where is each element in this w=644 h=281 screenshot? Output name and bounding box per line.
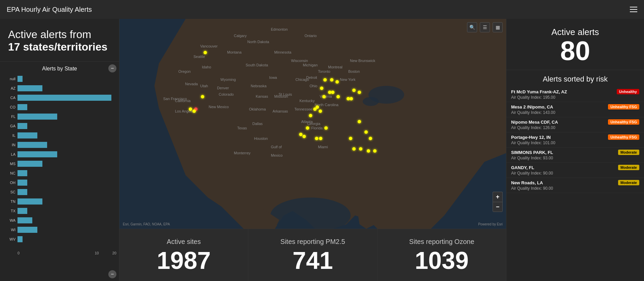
active-alerts-summary: Active alerts 80 <box>506 19 644 70</box>
map-dot[interactable] <box>352 147 356 151</box>
bar-fill <box>17 95 111 101</box>
bar-row[interactable]: CO <box>3 103 116 112</box>
alert-badge: Unhealthy FSG <box>608 104 639 110</box>
alert-aqi: Air Quality Index: 93.00 <box>511 156 639 160</box>
map-dot[interactable] <box>330 78 333 82</box>
bar-row[interactable]: TN <box>3 197 116 206</box>
map-dot[interactable] <box>320 87 323 90</box>
pm25-value: 741 <box>292 248 333 273</box>
map-dot[interactable] <box>192 110 196 113</box>
bar-fill <box>17 236 23 242</box>
bar-row[interactable]: LA <box>3 150 116 159</box>
map-dot[interactable] <box>350 97 353 100</box>
alert-item-header: SIMMONS PARK, FLModerate <box>511 150 639 155</box>
map-dot[interactable] <box>306 126 309 130</box>
alert-item[interactable]: Mesa 2 /Nipomo, CAUnhealthy FSGAir Quali… <box>506 102 644 117</box>
bar-track <box>17 132 116 138</box>
alert-item[interactable]: Nipomo Mesa CDF, CAUnhealthy FSGAir Qual… <box>506 117 644 132</box>
alert-item[interactable]: Portage-Hwy 12, INUnhealthy FSGAir Quali… <box>506 132 644 148</box>
bar-fill <box>17 227 37 233</box>
alert-site-name: Nipomo Mesa CDF, CA <box>511 120 558 125</box>
bar-track <box>17 114 116 120</box>
map-dot[interactable] <box>367 149 370 153</box>
zoom-out-map-button[interactable]: − <box>493 202 503 212</box>
map-dot[interactable] <box>352 89 356 92</box>
bar-row[interactable]: IN <box>3 140 116 149</box>
bar-chart-title: Alerts by State <box>3 66 116 72</box>
qr-button[interactable]: ▦ <box>493 22 503 32</box>
bar-row[interactable]: SC <box>3 188 116 196</box>
main-content: Active alerts from 17 states/territories… <box>0 19 644 281</box>
alert-badge: Unhealthy FSG <box>608 134 639 140</box>
bar-row[interactable]: FL <box>3 112 116 121</box>
map-container[interactable]: EdmontonCalgaryVancouverSeattleOntarioMo… <box>119 19 506 229</box>
alerts-sorted-title: Alerts sorted by risk <box>506 70 644 87</box>
alert-item[interactable]: GANDY, FLModerateAir Quality Index: 90.0… <box>506 163 644 178</box>
map-svg <box>119 19 506 229</box>
map-dot[interactable] <box>319 110 322 113</box>
map-dot[interactable] <box>201 95 204 98</box>
stats-bar: Active sites 1987 Sites reporting PM2.5 … <box>119 229 506 281</box>
map-dot[interactable] <box>309 114 312 117</box>
bar-label: WA <box>3 218 15 222</box>
bar-track <box>17 217 116 223</box>
alert-site-name: SIMMONS PARK, FL <box>511 150 553 155</box>
bar-track <box>17 227 116 233</box>
alert-aqi: Air Quality Index: 101.00 <box>511 140 639 145</box>
list-view-button[interactable]: ☰ <box>480 22 490 32</box>
alert-item[interactable]: Ft McD Yuma Frank-AZ, AZUnhealthyAir Qua… <box>506 87 644 102</box>
map-dot[interactable] <box>189 107 192 111</box>
map-dot[interactable] <box>302 135 306 138</box>
bar-label: IN <box>3 143 15 147</box>
bar-row[interactable]: AZ <box>3 84 116 93</box>
map-dot[interactable] <box>358 120 361 123</box>
bar-row[interactable]: NC <box>3 169 116 178</box>
bar-fill <box>17 132 37 138</box>
zoom-out-button[interactable]: − <box>108 270 116 278</box>
alert-item[interactable]: SIMMONS PARK, FLModerateAir Quality Inde… <box>506 148 644 163</box>
bar-row[interactable]: WI <box>3 225 116 234</box>
menu-button[interactable] <box>630 7 637 12</box>
bar-row[interactable]: WA <box>3 216 116 225</box>
search-map-button[interactable]: 🔍 <box>467 22 477 32</box>
map-dot[interactable] <box>349 137 352 140</box>
map-dot[interactable] <box>315 137 318 140</box>
bar-row[interactable]: CA <box>3 93 116 102</box>
bar-track <box>17 170 116 176</box>
map-dot[interactable] <box>204 51 207 54</box>
bar-row[interactable]: null <box>3 74 116 83</box>
bar-track <box>17 161 116 167</box>
map-dot[interactable] <box>359 147 362 151</box>
map-dot[interactable] <box>369 137 372 140</box>
map-dot[interactable] <box>336 95 340 98</box>
bar-row[interactable]: GA <box>3 122 116 130</box>
alert-item-header: Portage-Hwy 12, INUnhealthy FSG <box>511 134 639 140</box>
bar-fill <box>17 217 32 223</box>
map-dot[interactable] <box>373 149 377 153</box>
map-dot[interactable] <box>322 95 326 98</box>
bar-fill <box>17 161 42 167</box>
active-alerts-line1: Active alerts from <box>8 28 111 41</box>
map-dot[interactable] <box>364 130 368 134</box>
bar-fill <box>17 208 27 214</box>
zoom-in-map-button[interactable]: + <box>493 192 503 202</box>
map-dot[interactable] <box>299 133 302 136</box>
bar-axis: 0 10 20 <box>17 251 116 255</box>
map-dot[interactable] <box>331 91 334 94</box>
alert-item[interactable]: New Roads, LAModerateAir Quality Index: … <box>506 178 644 193</box>
bar-row[interactable]: OH <box>3 178 116 187</box>
map-dot[interactable] <box>319 137 322 140</box>
map-dot[interactable] <box>324 126 328 130</box>
bar-row[interactable]: WV <box>3 235 116 244</box>
map-dot[interactable] <box>335 80 339 84</box>
alert-aqi: Air Quality Index: 143.00 <box>511 110 639 115</box>
map-dot[interactable] <box>358 91 361 94</box>
map-dot[interactable] <box>323 78 327 82</box>
map-dot[interactable] <box>313 107 317 111</box>
bar-row[interactable]: TX <box>3 207 116 215</box>
bar-label: TN <box>3 199 15 204</box>
zoom-in-button[interactable]: − <box>108 64 116 72</box>
bar-label: OH <box>3 181 15 185</box>
bar-row[interactable]: MS <box>3 159 116 168</box>
bar-row[interactable]: IL <box>3 131 116 140</box>
